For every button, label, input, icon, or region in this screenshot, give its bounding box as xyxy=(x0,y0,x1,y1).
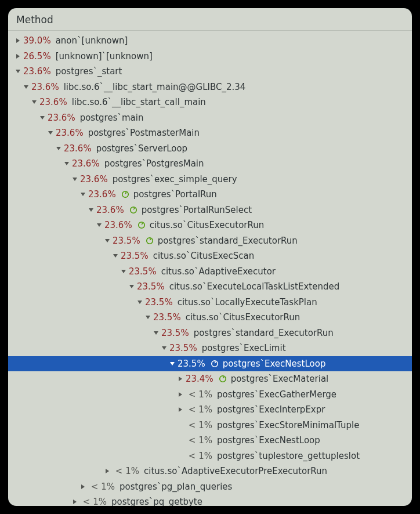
tree-row[interactable]: 23.6%postgres`PostmasterMain xyxy=(8,125,412,141)
method-label: postgres`ExecLimit xyxy=(202,343,286,353)
svg-marker-23 xyxy=(154,331,158,335)
tree-row[interactable]: < 1%postgres`ExecGatherMerge xyxy=(8,387,412,403)
svg-marker-16 xyxy=(105,239,110,242)
method-label: postgres`ExecStoreMinimalTuple xyxy=(217,420,359,430)
chevron-right-icon[interactable] xyxy=(176,392,184,397)
chevron-down-icon[interactable] xyxy=(46,131,55,135)
percent-value: 23.6% xyxy=(104,220,137,230)
chevron-down-icon[interactable] xyxy=(103,238,111,243)
chevron-down-icon[interactable] xyxy=(87,208,95,212)
chevron-down-icon[interactable] xyxy=(38,115,46,120)
tree-row[interactable]: 23.5%postgres`standard_ExecutorRun xyxy=(8,325,412,341)
tree-row[interactable]: 23.4% postgres`ExecMaterial xyxy=(8,371,412,387)
method-label: [unknown]`[unknown] xyxy=(56,51,153,61)
tree-row[interactable]: 23.5%citus.so`CitusExecutorRun xyxy=(8,310,412,325)
chevron-right-icon[interactable] xyxy=(79,484,87,489)
tree-row[interactable]: < 1%citus.so`AdaptiveExecutorPreExecutor… xyxy=(8,464,412,479)
tree-row[interactable]: 23.5%postgres`ExecLimit xyxy=(8,341,412,356)
chevron-down-icon[interactable] xyxy=(136,300,144,305)
percent-value: 23.6% xyxy=(31,82,64,92)
tree-row[interactable]: 39.0%anon`[unknown] xyxy=(8,33,412,49)
chevron-down-icon[interactable] xyxy=(79,192,87,197)
tree-row[interactable]: 23.6% citus.so`CitusExecutorRun xyxy=(8,218,412,233)
chevron-down-icon[interactable] xyxy=(111,254,120,258)
tree-row[interactable]: 23.6% postgres`PortalRun xyxy=(8,187,412,202)
method-label: postgres`standard_ExecutorRun xyxy=(158,236,298,246)
tree-row[interactable]: 23.6%postgres`_start xyxy=(8,64,412,79)
chevron-down-icon[interactable] xyxy=(128,284,136,289)
tree-row[interactable]: 23.5%citus.so`AdaptiveExecutor xyxy=(8,264,412,280)
tree-row[interactable]: < 1%postgres`ExecNestLoop xyxy=(8,433,412,448)
method-label: postgres`standard_ExecutorRun xyxy=(194,328,334,338)
percent-value: 23.5% xyxy=(129,266,161,277)
percent-value: 23.5% xyxy=(178,359,210,369)
chevron-right-icon[interactable] xyxy=(71,499,79,504)
chevron-down-icon[interactable] xyxy=(95,223,103,227)
method-label: postgres`PostmasterMain xyxy=(88,128,200,138)
svg-marker-14 xyxy=(97,223,102,227)
chevron-down-icon[interactable] xyxy=(55,146,63,151)
percent-value: 23.5% xyxy=(169,343,202,353)
profiler-panel: Method 39.0%anon`[unknown]26.5%[unknown]… xyxy=(8,8,412,506)
tree-row[interactable]: < 1%postgres`pq_getbyte xyxy=(8,494,412,506)
chevron-down-icon[interactable] xyxy=(160,346,168,350)
tree-row[interactable]: 23.5%citus.so`CitusExecScan xyxy=(8,248,412,264)
tree-row[interactable]: 23.6%postgres`main xyxy=(8,110,412,126)
percent-value: 23.6% xyxy=(48,113,80,123)
svg-marker-27 xyxy=(179,377,182,381)
chevron-right-icon[interactable] xyxy=(103,469,111,473)
percent-value: 23.5% xyxy=(161,328,194,338)
chevron-down-icon[interactable] xyxy=(14,69,22,74)
svg-marker-31 xyxy=(106,469,109,473)
chevron-down-icon[interactable] xyxy=(120,269,128,274)
recursive-icon xyxy=(218,374,227,383)
tree-row[interactable]: 23.6%libc.so.6`__libc_start_main@@GLIBC_… xyxy=(8,79,412,95)
chevron-down-icon[interactable] xyxy=(30,100,38,104)
chevron-right-icon[interactable] xyxy=(176,407,184,412)
tree-row[interactable]: < 1%postgres`ExecStoreMinimalTuple xyxy=(8,418,412,433)
tree-row[interactable]: 23.6%postgres`ServerLoop xyxy=(8,141,412,157)
tree-row[interactable]: 23.6%libc.so.6`__libc_start_call_main xyxy=(8,95,412,110)
chevron-down-icon[interactable] xyxy=(168,361,176,366)
svg-marker-22 xyxy=(146,316,150,319)
svg-marker-10 xyxy=(81,193,85,196)
tree-row[interactable]: 23.5% postgres`ExecNestLoop xyxy=(8,356,412,372)
tree-row[interactable]: 23.6%postgres`exec_simple_query xyxy=(8,172,412,187)
svg-marker-30 xyxy=(179,407,182,412)
chevron-down-icon[interactable] xyxy=(71,177,79,182)
tree-row[interactable]: 23.6%postgres`PostgresMain xyxy=(8,156,412,172)
chevron-right-icon[interactable] xyxy=(176,377,184,381)
tree-row[interactable]: 26.5%[unknown]`[unknown] xyxy=(8,49,412,64)
svg-marker-6 xyxy=(48,131,53,135)
chevron-down-icon[interactable] xyxy=(144,315,152,320)
chevron-right-icon[interactable] xyxy=(14,38,22,43)
column-header[interactable]: Method xyxy=(8,8,412,31)
chevron-down-icon[interactable] xyxy=(63,161,71,166)
tree-row[interactable]: 23.5% postgres`standard_ExecutorRun xyxy=(8,233,412,249)
percent-value: < 1% xyxy=(186,451,217,461)
header-title: Method xyxy=(16,14,53,26)
tree-row[interactable]: 23.5%citus.so`LocallyExecuteTaskPlan xyxy=(8,295,412,310)
percent-value: 23.6% xyxy=(80,174,113,184)
method-label: citus.so`LocallyExecuteTaskPlan xyxy=(178,297,317,307)
tree-row[interactable]: < 1%postgres`ExecInterpExpr xyxy=(8,402,412,418)
chevron-down-icon[interactable] xyxy=(22,85,30,89)
tree-row[interactable]: 23.6% postgres`PortalRunSelect xyxy=(8,202,412,218)
tree-row[interactable]: < 1%postgres`pg_plan_queries xyxy=(8,479,412,495)
svg-marker-5 xyxy=(40,116,45,120)
percent-value: 23.5% xyxy=(113,236,145,246)
svg-marker-3 xyxy=(24,85,28,89)
chevron-right-icon[interactable] xyxy=(14,54,22,59)
method-label: postgres`ExecMaterial xyxy=(231,374,329,384)
method-label: citus.so`CitusExecScan xyxy=(153,251,255,261)
recursive-icon xyxy=(121,190,130,199)
tree-row[interactable]: < 1%postgres`tuplestore_gettupleslot xyxy=(8,448,412,464)
chevron-down-icon[interactable] xyxy=(152,331,160,335)
method-label: anon`[unknown] xyxy=(56,35,128,46)
svg-marker-7 xyxy=(56,147,61,150)
call-tree[interactable]: 39.0%anon`[unknown]26.5%[unknown]`[unkno… xyxy=(8,31,412,506)
method-label: postgres`ServerLoop xyxy=(96,143,187,154)
percent-value: < 1% xyxy=(186,420,217,430)
tree-row[interactable]: 23.5%citus.so`ExecuteLocalTaskListExtend… xyxy=(8,279,412,295)
percent-value: 23.6% xyxy=(88,189,121,200)
